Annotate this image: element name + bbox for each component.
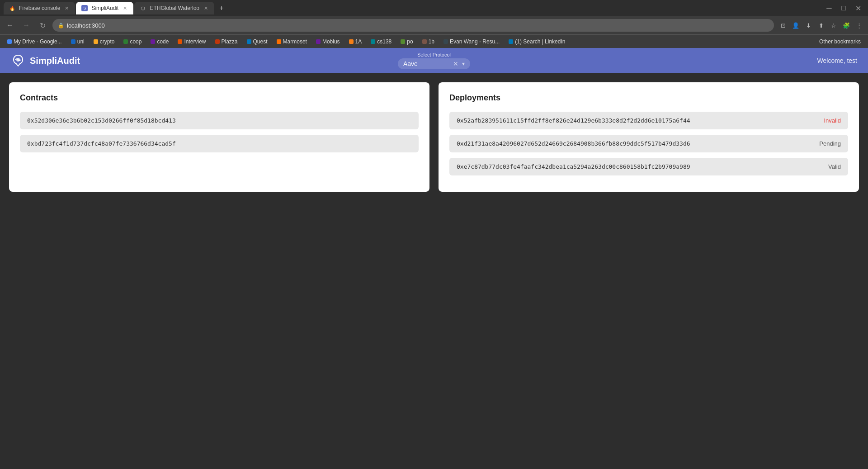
bookmark-quest[interactable]: Quest (243, 38, 271, 46)
contracts-title: Contracts (20, 93, 419, 103)
tab-bar: 🔥 Firebase console ✕ S SimpliAudit ✕ ⬡ E… (0, 0, 868, 16)
profile-icon[interactable]: 👤 (790, 20, 801, 31)
bookmark-marmoset-label: Marmoset (283, 38, 307, 45)
address-bar[interactable]: 🔒 localhost:3000 (52, 19, 774, 32)
deployment-item-0[interactable]: 0x52afb283951611c15ffd2ff8ef826e24d129e6… (449, 112, 848, 129)
cast-icon[interactable]: ⊡ (778, 20, 788, 31)
main-content: Contracts 0x52d306e36e3b6b02c153d0266ff0… (0, 73, 868, 201)
tab-title-firebase: Firebase console (19, 5, 60, 11)
bookmark-coop[interactable]: coop (120, 38, 145, 46)
bookmark-piazza-icon (215, 39, 220, 44)
bookmark-1b-label: 1b (429, 38, 434, 45)
tab-close-firebase[interactable]: ✕ (64, 5, 70, 12)
more-icon[interactable]: ⋮ (854, 20, 864, 31)
app-title: SimpliAudit (30, 56, 80, 66)
bookmark-1a-label: 1A (355, 38, 362, 45)
deployment-status-1: Pending (819, 140, 841, 147)
refresh-button[interactable]: ↻ (36, 19, 49, 32)
bookmark-po-label: po (407, 38, 413, 45)
browser-icons: ⊡ 👤 ⬇ ⬆ ☆ 🧩 ⋮ (778, 20, 864, 31)
bookmark-cs138-label: cs138 (377, 38, 392, 45)
tab-favicon-firebase: 🔥 (9, 5, 15, 11)
protocol-chevron-icon: ▾ (462, 61, 465, 67)
bookmark-crypto[interactable]: crypto (90, 38, 118, 46)
tab-title-ethglobal: ETHGlobal Waterloo (150, 5, 199, 11)
app-header: SimpliAudit Select Protocol Aave ✕ ▾ Wel… (0, 48, 868, 73)
contracts-panel: Contracts 0x52d306e36e3b6b02c153d0266ff0… (9, 82, 429, 192)
bookmark-interview[interactable]: Interview (174, 38, 209, 46)
bookmark-linkedin[interactable]: (1) Search | LinkedIn (505, 38, 569, 46)
deployment-item-2[interactable]: 0xe7c87db77dc03fe4faafc342dbea1ca5294a26… (449, 158, 848, 175)
bookmark-evan-label: Evan Wang - Resu... (450, 38, 500, 45)
bookmark-evan[interactable]: Evan Wang - Resu... (440, 38, 503, 46)
maximize-button[interactable]: □ (837, 2, 850, 14)
tab-firebase[interactable]: 🔥 Firebase console ✕ (4, 2, 75, 14)
bookmark-po-icon (401, 39, 405, 44)
bookmark-uni[interactable]: uni (67, 38, 88, 46)
contract-item-0[interactable]: 0x52d306e36e3b6b02c153d0266ff0f85d18bcd4… (20, 112, 419, 129)
protocol-value: Aave (403, 60, 449, 67)
extension-puzzle-icon[interactable]: 🧩 (841, 20, 852, 31)
contract-hash-1: 0xbd723fc4f1d737dcfc48a07fe7336766d34cad… (27, 140, 176, 147)
bookmark-drive-icon (7, 39, 12, 44)
protocol-clear-button[interactable]: ✕ (453, 60, 458, 67)
deployment-hash-1: 0xd21f31ae8a42096027d652d24669c2684908b3… (457, 140, 690, 147)
app-logo: SimpliAudit (11, 53, 80, 68)
bookmark-linkedin-label: (1) Search | LinkedIn (515, 38, 565, 45)
bookmark-interview-icon (178, 39, 182, 44)
protocol-input-row[interactable]: Aave ✕ ▾ (398, 58, 470, 69)
deployment-status-0: Invalid (824, 117, 841, 124)
bookmark-code-icon (151, 39, 155, 44)
bookmark-piazza-label: Piazza (222, 38, 238, 45)
bookmark-uni-icon (71, 39, 75, 44)
welcome-text: Welcome, test (817, 57, 857, 64)
bookmark-cs138[interactable]: cs138 (367, 38, 395, 46)
tab-close-ethglobal[interactable]: ✕ (203, 5, 209, 12)
contract-hash-0: 0x52d306e36e3b6b02c153d0266ff0f85d18bcd4… (27, 117, 176, 124)
download-icon[interactable]: ⬇ (803, 20, 814, 31)
bookmark-coop-icon (123, 39, 128, 44)
minimize-button[interactable]: ─ (823, 2, 835, 14)
share-icon[interactable]: ⬆ (816, 20, 826, 31)
bookmark-po[interactable]: po (397, 38, 416, 46)
bookmark-other[interactable]: Other bookmarks (816, 38, 864, 46)
bookmark-coop-label: coop (130, 38, 142, 45)
bookmark-crypto-icon (94, 39, 98, 44)
tab-favicon-ethglobal: ⬡ (140, 5, 146, 11)
deployment-status-2: Valid (828, 163, 841, 170)
bookmark-drive-label: My Drive - Google... (14, 38, 62, 45)
bookmark-interview-label: Interview (184, 38, 206, 45)
bookmark-crypto-label: crypto (100, 38, 115, 45)
tab-ethglobal[interactable]: ⬡ ETHGlobal Waterloo ✕ (134, 2, 214, 14)
deployment-hash-2: 0xe7c87db77dc03fe4faafc342dbea1ca5294a26… (457, 163, 690, 170)
contract-item-1[interactable]: 0xbd723fc4f1d737dcfc48a07fe7336766d34cad… (20, 135, 419, 152)
bookmark-mobius-label: Mobius (322, 38, 340, 45)
bookmark-linkedin-icon (509, 39, 513, 44)
bookmark-cs138-icon (371, 39, 375, 44)
bookmark-1a[interactable]: 1A (345, 38, 366, 46)
protocol-selector: Select Protocol Aave ✕ ▾ (398, 52, 470, 69)
bookmark-marmoset[interactable]: Marmoset (273, 38, 311, 46)
bookmark-star-icon[interactable]: ☆ (828, 20, 839, 31)
bookmark-quest-icon (247, 39, 251, 44)
bookmark-marmoset-icon (277, 39, 281, 44)
protocol-label: Select Protocol (417, 52, 451, 57)
bookmark-uni-label: uni (77, 38, 85, 45)
bookmark-mobius[interactable]: Mobius (312, 38, 344, 46)
address-text: localhost:3000 (67, 22, 105, 29)
new-tab-button[interactable]: + (215, 2, 228, 14)
deployment-item-1[interactable]: 0xd21f31ae8a42096027d652d24669c2684908b3… (449, 135, 848, 152)
bookmark-1b[interactable]: 1b (419, 38, 438, 46)
back-button[interactable]: ← (4, 19, 16, 32)
close-button[interactable]: ✕ (852, 2, 864, 14)
bookmark-code[interactable]: code (147, 38, 172, 46)
bookmark-other-label: Other bookmarks (819, 38, 861, 45)
bookmark-mobius-icon (316, 39, 321, 44)
bookmark-piazza[interactable]: Piazza (212, 38, 241, 46)
tab-close-simpliaudit[interactable]: ✕ (122, 5, 128, 12)
tab-simpliaudit[interactable]: S SimpliAudit ✕ (76, 2, 133, 14)
bookmark-drive[interactable]: My Drive - Google... (4, 38, 66, 46)
address-bar-row: ← → ↻ 🔒 localhost:3000 ⊡ 👤 ⬇ ⬆ ☆ 🧩 ⋮ (0, 16, 868, 34)
forward-button[interactable]: → (20, 19, 33, 32)
bookmark-quest-label: Quest (253, 38, 268, 45)
